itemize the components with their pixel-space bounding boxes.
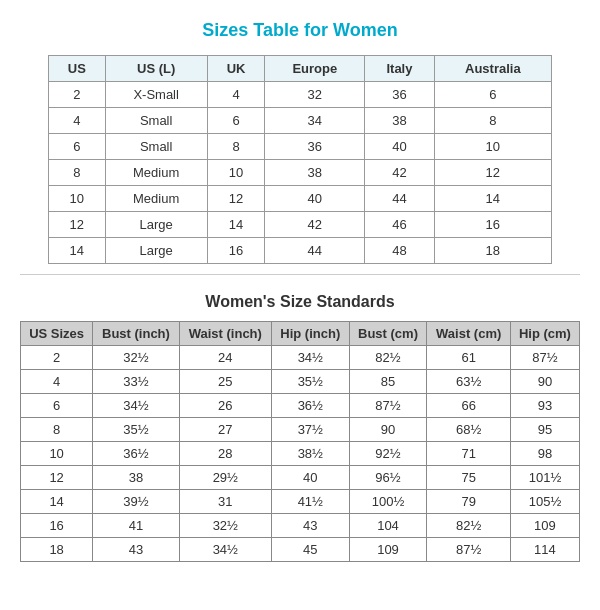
table-cell: 28 <box>179 442 271 466</box>
table-row: 6Small8364010 <box>49 134 552 160</box>
table-cell: 43 <box>271 514 349 538</box>
table-cell: 43 <box>93 538 179 562</box>
table1-header-row: USUS (L)UKEuropeItalyAustralia <box>49 56 552 82</box>
table-cell: 48 <box>365 238 434 264</box>
table-cell: Large <box>105 238 207 264</box>
table-cell: 42 <box>365 160 434 186</box>
table2-col-header: US Sizes <box>21 322 93 346</box>
table-cell: 96½ <box>349 466 427 490</box>
table-row: 164132½4310482½109 <box>21 514 580 538</box>
table-cell: 44 <box>265 238 365 264</box>
table-cell: 18 <box>434 238 551 264</box>
table-row: 1439½3141½100½79105½ <box>21 490 580 514</box>
table1-col-header: Australia <box>434 56 551 82</box>
table-cell: 92½ <box>349 442 427 466</box>
table-cell: 63½ <box>427 370 511 394</box>
table-cell: 90 <box>349 418 427 442</box>
table2-header-row: US SizesBust (inch)Waist (inch)Hip (inch… <box>21 322 580 346</box>
table-cell: 14 <box>434 186 551 212</box>
table-cell: 10 <box>434 134 551 160</box>
table-cell: 6 <box>434 82 551 108</box>
table-cell: 66 <box>427 394 511 418</box>
table-cell: 34 <box>265 108 365 134</box>
table1-col-header: Italy <box>365 56 434 82</box>
table-cell: 35½ <box>93 418 179 442</box>
table-row: 433½2535½8563½90 <box>21 370 580 394</box>
table-cell: 36½ <box>271 394 349 418</box>
table-cell: 85 <box>349 370 427 394</box>
table-cell: 114 <box>510 538 579 562</box>
table-cell: 34½ <box>271 346 349 370</box>
table-cell: 16 <box>434 212 551 238</box>
standards-table: US SizesBust (inch)Waist (inch)Hip (inch… <box>20 321 580 562</box>
table-cell: 32½ <box>93 346 179 370</box>
table-cell: 4 <box>49 108 106 134</box>
table-cell: 6 <box>207 108 265 134</box>
table-cell: 75 <box>427 466 511 490</box>
table2-col-header: Bust (cm) <box>349 322 427 346</box>
table-cell: 8 <box>207 134 265 160</box>
table-cell: 40 <box>365 134 434 160</box>
table-cell: 4 <box>207 82 265 108</box>
table-cell: Medium <box>105 186 207 212</box>
table2-col-header: Hip (cm) <box>510 322 579 346</box>
table-row: 835½2737½9068½95 <box>21 418 580 442</box>
table-cell: 100½ <box>349 490 427 514</box>
table-cell: 34½ <box>179 538 271 562</box>
table-cell: 61 <box>427 346 511 370</box>
table-cell: 6 <box>21 394 93 418</box>
table-row: 2X-Small432366 <box>49 82 552 108</box>
table1-col-header: Europe <box>265 56 365 82</box>
section-title: Women's Size Standards <box>20 293 580 311</box>
table-cell: 12 <box>434 160 551 186</box>
divider <box>20 274 580 275</box>
table-cell: 24 <box>179 346 271 370</box>
table-cell: 36 <box>365 82 434 108</box>
table-row: 184334½4510987½114 <box>21 538 580 562</box>
table-cell: Small <box>105 134 207 160</box>
table-cell: 32 <box>265 82 365 108</box>
table-cell: 14 <box>207 212 265 238</box>
table-cell: 95 <box>510 418 579 442</box>
table-cell: 37½ <box>271 418 349 442</box>
table-cell: 16 <box>21 514 93 538</box>
table-cell: 16 <box>207 238 265 264</box>
table-cell: 10 <box>21 442 93 466</box>
table-cell: 38 <box>265 160 365 186</box>
table1-body: 2X-Small4323664Small6343886Small83640108… <box>49 82 552 264</box>
table-cell: 40 <box>265 186 365 212</box>
table-cell: 44 <box>365 186 434 212</box>
table-cell: 27 <box>179 418 271 442</box>
table-cell: 32½ <box>179 514 271 538</box>
table1-col-header: US <box>49 56 106 82</box>
table-cell: 4 <box>21 370 93 394</box>
table-cell: 109 <box>349 538 427 562</box>
table-cell: 35½ <box>271 370 349 394</box>
table-cell: 79 <box>427 490 511 514</box>
table-cell: 68½ <box>427 418 511 442</box>
table-cell: 8 <box>21 418 93 442</box>
table-row: 634½2636½87½6693 <box>21 394 580 418</box>
table2-col-header: Waist (inch) <box>179 322 271 346</box>
table1-col-header: UK <box>207 56 265 82</box>
table-cell: 10 <box>207 160 265 186</box>
table-cell: 71 <box>427 442 511 466</box>
table2-body: 232½2434½82½6187½433½2535½8563½90634½263… <box>21 346 580 562</box>
table-cell: 2 <box>49 82 106 108</box>
table-cell: 45 <box>271 538 349 562</box>
table-cell: 90 <box>510 370 579 394</box>
table-cell: Large <box>105 212 207 238</box>
table-row: 14Large16444818 <box>49 238 552 264</box>
table-row: 1036½2838½92½7198 <box>21 442 580 466</box>
table-cell: 12 <box>49 212 106 238</box>
table-cell: 36 <box>265 134 365 160</box>
table-cell: 98 <box>510 442 579 466</box>
table-cell: 41½ <box>271 490 349 514</box>
table-cell: 29½ <box>179 466 271 490</box>
table-cell: 42 <box>265 212 365 238</box>
table-cell: 101½ <box>510 466 579 490</box>
table-cell: 105½ <box>510 490 579 514</box>
table-cell: 38 <box>93 466 179 490</box>
sizes-table: USUS (L)UKEuropeItalyAustralia 2X-Small4… <box>48 55 552 264</box>
page-title: Sizes Table for Women <box>20 20 580 41</box>
